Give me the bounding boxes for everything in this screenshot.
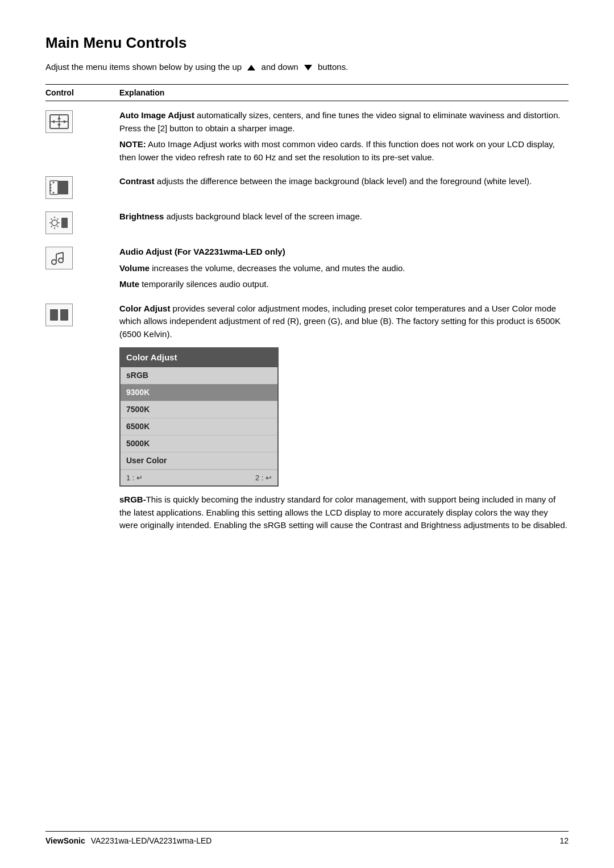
icon-color-cell	[45, 302, 119, 326]
color-menu-item-srgb: sRGB	[121, 367, 277, 384]
color-adjust-menu: Color Adjust sRGB 9300K 7500K 6500K 5000…	[119, 347, 279, 487]
icon-auto-image-cell	[45, 109, 119, 133]
footer-model: VA2231wa-LED/VA2231wma-LED	[91, 836, 212, 845]
arrow-up-icon	[247, 65, 255, 70]
color-adjust-icon	[45, 304, 73, 326]
color-menu-footer-left: 1 : ↵	[126, 472, 143, 484]
color-menu-item-5000k: 5000K	[121, 435, 277, 452]
color-adjust-text: Color Adjust provides several color adju…	[119, 302, 569, 532]
svg-marker-4	[57, 124, 61, 127]
svg-line-20	[57, 226, 58, 227]
auto-image-text: Auto Image Adjust automatically sizes, c…	[119, 109, 569, 164]
icon-brightness-cell	[45, 210, 119, 234]
contrast-icon	[45, 176, 73, 199]
table-header: Control Explanation	[45, 84, 569, 101]
contrast-text: Contrast adjusts the difference between …	[119, 175, 569, 188]
color-menu-item-user-color: User Color	[121, 452, 277, 470]
audio-text: Audio Adjust (For VA2231wma-LED only) Vo…	[119, 246, 569, 291]
svg-point-11	[50, 187, 52, 189]
svg-rect-26	[50, 309, 58, 321]
color-menu-footer-right: 2 : ↩	[255, 472, 272, 484]
color-menu-item-9300k: 9300K	[121, 384, 277, 401]
svg-line-19	[51, 219, 52, 220]
svg-marker-5	[52, 120, 55, 123]
color-menu-item-6500k: 6500K	[121, 418, 277, 435]
arrow-down-icon	[304, 65, 312, 70]
col-control-header: Control	[45, 88, 119, 97]
footer-brand: ViewSonic	[45, 836, 85, 845]
brightness-icon	[45, 211, 73, 234]
svg-point-12	[50, 190, 52, 192]
svg-line-24	[56, 252, 63, 254]
svg-point-13	[53, 192, 55, 194]
color-menu-item-7500k: 7500K	[121, 401, 277, 418]
page-footer: ViewSonic VA2231wa-LED/VA2231wma-LED 12	[45, 831, 569, 845]
icon-contrast-cell	[45, 175, 119, 199]
auto-image-adjust-icon	[45, 110, 73, 133]
svg-marker-3	[57, 117, 61, 119]
table-row: Auto Image Adjust automatically sizes, c…	[45, 109, 569, 164]
brightness-text: Brightness adjusts background black leve…	[119, 210, 569, 223]
audio-icon	[45, 247, 73, 269]
table-row: Brightness adjusts background black leve…	[45, 210, 569, 234]
svg-point-9	[53, 182, 55, 184]
page-title: Main Menu Controls	[45, 34, 569, 52]
svg-line-22	[57, 219, 58, 220]
svg-line-21	[51, 226, 52, 227]
svg-marker-6	[64, 120, 67, 123]
table-row: Contrast adjusts the difference between …	[45, 175, 569, 199]
color-adjust-menu-title: Color Adjust	[121, 348, 277, 367]
icon-audio-cell	[45, 246, 119, 269]
table-row: Color Adjust provides several color adju…	[45, 302, 569, 532]
svg-rect-23	[61, 218, 68, 228]
table-row: Audio Adjust (For VA2231wma-LED only) Vo…	[45, 246, 569, 291]
footer-brand-model: ViewSonic VA2231wa-LED/VA2231wma-LED	[45, 836, 211, 845]
col-explanation-header: Explanation	[119, 88, 569, 97]
intro-text: Adjust the menu items shown below by usi…	[45, 62, 569, 72]
footer-page-number: 12	[559, 836, 569, 845]
color-adjust-menu-footer: 1 : ↵ 2 : ↩	[121, 470, 277, 486]
svg-point-10	[50, 184, 52, 186]
svg-rect-27	[60, 309, 68, 321]
svg-rect-8	[58, 181, 68, 194]
svg-point-14	[52, 220, 57, 226]
